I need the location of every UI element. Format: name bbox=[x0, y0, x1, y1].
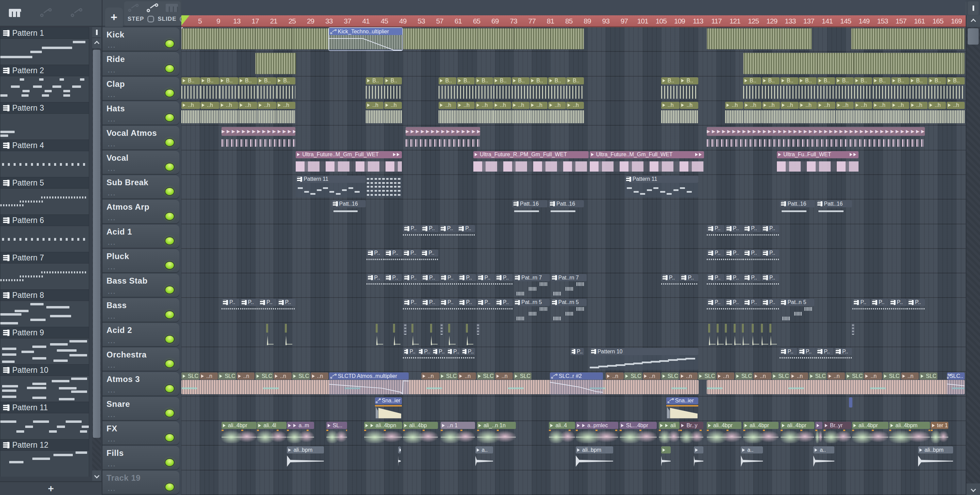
clip-drum-loop[interactable]: B.. bbox=[476, 77, 493, 99]
clip-midi-pattern[interactable]: Pat..rn 5 bbox=[550, 299, 587, 321]
clip-ride-audio[interactable] bbox=[255, 53, 296, 74]
pattern-preview[interactable] bbox=[0, 226, 89, 252]
track-options[interactable]: ... bbox=[108, 141, 116, 148]
clip-drum-loop[interactable]: ..h bbox=[493, 102, 511, 124]
clip-acid2-alt[interactable] bbox=[852, 324, 855, 335]
clip-acid2-alt[interactable] bbox=[404, 324, 407, 335]
clip-drum-loop[interactable]: ..h bbox=[239, 102, 257, 124]
track-header-bass-stab[interactable]: Bass Stab... bbox=[102, 274, 179, 297]
clip-fx[interactable]: SL...4bpr bbox=[620, 422, 657, 444]
pattern-item-title[interactable]: Pattern 10 bbox=[0, 364, 89, 376]
clip-drum-loop[interactable]: B.. bbox=[780, 77, 798, 99]
picker-scroll-up-button[interactable] bbox=[92, 38, 101, 48]
track-options[interactable]: ... bbox=[108, 215, 116, 222]
clip-atmos-arp[interactable]: Patt..16 bbox=[816, 200, 852, 222]
clip-midi-small[interactable]: P.. bbox=[853, 299, 870, 321]
clip-drum-loop[interactable]: B.. bbox=[891, 77, 909, 99]
clip-atmos3-slice[interactable]: SLC bbox=[698, 372, 716, 380]
clip-fx[interactable]: ali..4bpr bbox=[852, 422, 888, 444]
clip-atmos3-slice[interactable]: ..n bbox=[274, 372, 292, 380]
clip-acid2[interactable] bbox=[769, 324, 772, 333]
track-mute-led[interactable] bbox=[165, 213, 174, 220]
track-options[interactable]: ... bbox=[108, 42, 116, 49]
clip-fx[interactable]: a..pmlec bbox=[576, 422, 618, 444]
add-pattern-button[interactable]: + bbox=[48, 483, 54, 494]
clip-atmos3-slice[interactable]: SLC bbox=[772, 372, 790, 380]
clip-drum-loop[interactable]: B.. bbox=[947, 77, 965, 99]
pattern-item-title[interactable]: Pattern 7 bbox=[0, 252, 89, 264]
clip-atmos3-waveform[interactable] bbox=[181, 380, 698, 394]
clip-midi-small[interactable]: P.. bbox=[385, 274, 402, 296]
picker-scrollbar[interactable] bbox=[92, 27, 101, 481]
clip-atmos3-slice[interactable]: SLC bbox=[477, 372, 495, 380]
track-header-vocal[interactable]: Vocal... bbox=[102, 151, 179, 174]
clip-fx[interactable]: ter 1 bbox=[931, 422, 949, 444]
clip-midi-small[interactable]: P.. bbox=[871, 299, 888, 321]
clip-acid2[interactable] bbox=[285, 324, 287, 333]
clip-fill[interactable] bbox=[398, 446, 401, 468]
clip-drum-loop[interactable]: B.. bbox=[743, 77, 761, 99]
clip-midi-small[interactable]: P.. bbox=[907, 299, 925, 321]
clip-atmos3-slice[interactable]: ..n bbox=[901, 372, 919, 380]
clip-atmos3-slice[interactable]: ..n bbox=[311, 372, 329, 380]
clip-sub-break[interactable]: Pattern 11 bbox=[625, 176, 698, 197]
clip-fx[interactable]: ..n 1 bbox=[441, 422, 476, 444]
clip-drum-loop[interactable]: ..h bbox=[566, 102, 584, 124]
track-mute-led[interactable] bbox=[165, 434, 174, 441]
clip-vocal-atmos[interactable]: ▶▶▶▶▶▶▶▶▶▶▶▶▶▶▶▶ bbox=[221, 126, 295, 148]
clip-midi-small[interactable]: P.. bbox=[725, 274, 743, 296]
track-options[interactable]: ... bbox=[108, 239, 116, 247]
pattern-preview[interactable] bbox=[0, 151, 89, 177]
clip-fill[interactable]: ali..bpm bbox=[576, 446, 613, 468]
clip-atmos3-automation[interactable]: SLCTD Atmos..multiplier bbox=[329, 372, 409, 394]
picker-scrollbar-thumb[interactable] bbox=[93, 50, 100, 438]
clip-drum-loop[interactable]: ..h bbox=[762, 102, 780, 124]
clip-midi-small[interactable]: P.. bbox=[495, 274, 513, 296]
track-mute-led[interactable] bbox=[165, 409, 174, 417]
clip-drum-loop[interactable]: ..h bbox=[928, 102, 946, 124]
clip-midi-small[interactable]: P.. bbox=[780, 348, 797, 370]
track-header-track-19[interactable]: Track 19... bbox=[102, 471, 179, 494]
clip-atmos3-slice[interactable]: ..n bbox=[679, 372, 698, 380]
clip-drum-loop[interactable]: B.. bbox=[200, 77, 219, 99]
clip-midi-small[interactable]: P.. bbox=[495, 299, 513, 321]
clip-midi-small[interactable]: P.. bbox=[458, 299, 476, 321]
clip-atmos3-slice[interactable]: SLC bbox=[735, 372, 753, 380]
clip-atmos3-slice[interactable]: ..n bbox=[864, 372, 882, 380]
clip-drum-loop[interactable]: B.. bbox=[910, 77, 928, 99]
minimap-resize-button[interactable] bbox=[968, 2, 978, 15]
clip-midi-small[interactable]: P.. bbox=[421, 250, 438, 271]
track-options[interactable]: ... bbox=[108, 387, 116, 394]
track-options[interactable]: ... bbox=[108, 313, 116, 320]
clip-drum-loop[interactable]: B.. bbox=[762, 77, 780, 99]
add-track-tab-button[interactable]: + bbox=[105, 8, 123, 27]
clip-drum-loop[interactable]: ..h bbox=[277, 102, 295, 124]
track-options[interactable]: ... bbox=[108, 166, 116, 173]
timeline-ruler[interactable]: 5913172125293337414549535761656973778185… bbox=[181, 15, 966, 27]
clip-midi-small[interactable]: P.. bbox=[707, 225, 724, 247]
pattern-preview[interactable] bbox=[0, 338, 89, 364]
clip-drum-loop[interactable]: ..h bbox=[530, 102, 547, 124]
clip-ride-audio[interactable] bbox=[743, 53, 965, 74]
clip-fill[interactable] bbox=[661, 446, 671, 468]
track-options[interactable]: ... bbox=[108, 485, 116, 493]
clip-vocal[interactable]: Ultra_Future..M_Gm_Full_WET bbox=[296, 151, 402, 173]
clip-atmos3-slice[interactable]: SLC bbox=[440, 372, 458, 380]
clip-midi-pattern[interactable]: Pat..n 5 bbox=[780, 299, 814, 321]
pattern-preview[interactable] bbox=[0, 114, 89, 140]
clip-fx[interactable]: ali..4bpm bbox=[889, 422, 930, 444]
clip-midi-small[interactable]: P.. bbox=[477, 299, 495, 321]
clip-midi-small[interactable]: P.. bbox=[743, 225, 761, 247]
clip-drum-loop[interactable]: ..h bbox=[439, 102, 456, 124]
clip-drum-loop[interactable]: B.. bbox=[836, 77, 854, 99]
clip-drum-loop[interactable]: ..h bbox=[781, 102, 799, 124]
clip-acid2[interactable] bbox=[733, 324, 736, 333]
clip-acid2[interactable] bbox=[717, 324, 719, 333]
clip-midi-small[interactable]: P.. bbox=[743, 274, 761, 296]
pattern-preview[interactable] bbox=[0, 413, 89, 439]
clip-fx[interactable]: Br..y bbox=[680, 422, 703, 444]
clip-acid2[interactable] bbox=[266, 324, 268, 333]
clip-drum-loop[interactable]: B.. bbox=[493, 77, 511, 99]
track-header-atmos-3[interactable]: Atmos 3... bbox=[102, 372, 179, 395]
track-header-snare[interactable]: Snare... bbox=[102, 397, 179, 420]
